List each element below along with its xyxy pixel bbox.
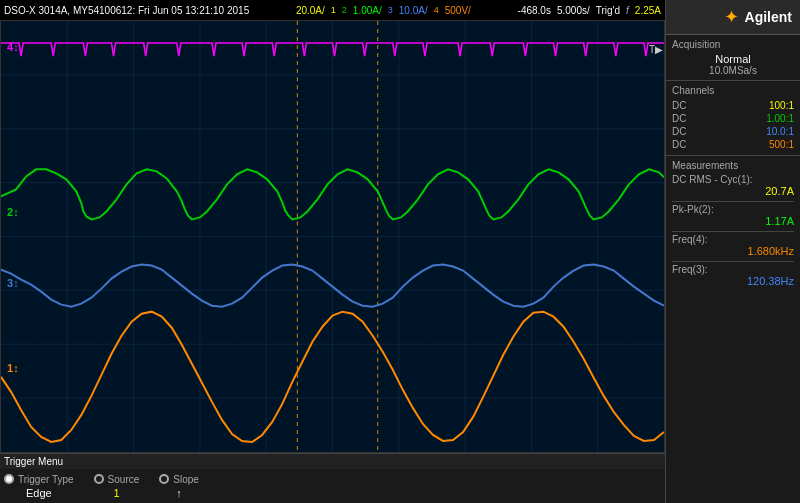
waveform-display: 4↕ 2↕ 3↕ 1↕ T▶ <box>1 21 664 452</box>
right-panel: ✦ Agilent Acquisition Normal 10.0MSa/s C… <box>665 0 800 503</box>
top-bar: DSO-X 3014A, MY54100612: Fri Jun 05 13:2… <box>0 0 665 20</box>
meas-row-3: Freq(3): 120.38Hz <box>672 264 794 287</box>
meas-row-2: Freq(4): 1.680kHz <box>672 234 794 257</box>
acquisition-mode: Normal <box>672 53 794 65</box>
meas-value-0: 20.7A <box>672 185 794 197</box>
agilent-logo-icon: ✦ <box>724 6 739 28</box>
channels-title: Channels <box>672 85 794 96</box>
measurements-title: Measurements <box>672 160 794 171</box>
ch1-marker: 4↕ <box>7 41 19 53</box>
ch2-num: 2 <box>342 5 347 15</box>
meas-value-1: 1.17A <box>672 215 794 227</box>
ch2-marker: 2↕ <box>7 206 19 218</box>
meas-label-3: Freq(3): <box>672 264 794 275</box>
trigger-type-value: Edge <box>26 487 52 499</box>
meas-value-3: 120.38Hz <box>672 275 794 287</box>
trigger-type-label: Trigger Type <box>18 474 74 485</box>
meas-label-0: DC RMS - Cyc(1): <box>672 174 794 185</box>
ch3-num: 3 <box>388 5 393 15</box>
scope-area: DSO-X 3014A, MY54100612: Fri Jun 05 13:2… <box>0 0 665 503</box>
channels-table: DC 100:1 DC 1.00:1 DC 10.0:1 DC 500:1 <box>672 99 794 151</box>
ch4-marker: 1↕ <box>7 362 19 374</box>
meas-label-1: Pk-Pk(2): <box>672 204 794 215</box>
trigger-source-label: Source <box>108 474 140 485</box>
ch1-num: 1 <box>331 5 336 15</box>
ch1-scale: 20.0A/ <box>296 5 325 16</box>
trigger-slope-value: ↑ <box>176 487 182 499</box>
ch3-row: DC 10.0:1 <box>672 125 794 138</box>
channels-section: Channels DC 100:1 DC 1.00:1 DC 10.0:1 DC… <box>666 81 800 156</box>
divider-2 <box>672 231 794 232</box>
ch2-ratio: 1.00:1 <box>766 113 794 124</box>
divider-3 <box>672 261 794 262</box>
f-value: 2.25A <box>635 5 661 16</box>
ch3-dc: DC <box>672 126 686 137</box>
measurements-section: Measurements DC RMS - Cyc(1): 20.7A Pk-P… <box>666 156 800 503</box>
ch1-ratio: 100:1 <box>769 100 794 111</box>
trigger-slope-btn[interactable]: Slope ↑ <box>159 474 199 499</box>
ch1-dc: DC <box>672 100 686 111</box>
time-offset: -468.0s <box>518 5 551 16</box>
meas-value-2: 1.680kHz <box>672 245 794 257</box>
time-scale: 5.000s/ <box>557 5 590 16</box>
meas-row-0: DC RMS - Cyc(1): 20.7A <box>672 174 794 197</box>
trigger-source-btn[interactable]: Source 1 <box>94 474 140 499</box>
ch2-dc: DC <box>672 113 686 124</box>
trigger-menu: Trigger Menu Trigger Type Edge Source 1 <box>0 453 665 503</box>
trigger-source-radio <box>94 474 104 484</box>
trigger-source-value: 1 <box>113 487 119 499</box>
trigger-status: Trig'd <box>596 5 620 16</box>
ch4-num: 4 <box>434 5 439 15</box>
ch4-dc: DC <box>672 139 686 150</box>
ch4-row: DC 500:1 <box>672 138 794 151</box>
trigger-menu-buttons: Trigger Type Edge Source 1 Slope <box>0 469 665 503</box>
trigger-slope-radio <box>159 474 169 484</box>
trigger-slope-label: Slope <box>173 474 199 485</box>
trigger-arrow: T▶ <box>649 44 663 55</box>
ch3-marker: 3↕ <box>7 277 19 289</box>
trigger-type-btn[interactable]: Trigger Type Edge <box>4 474 74 499</box>
acquisition-title: Acquisition <box>672 39 794 50</box>
model-serial: DSO-X 3014A, MY54100612: Fri Jun 05 13:2… <box>4 5 249 16</box>
divider-1 <box>672 201 794 202</box>
f-label: f <box>626 5 629 16</box>
acquisition-rate: 10.0MSa/s <box>672 65 794 76</box>
scope-screen: 4↕ 2↕ 3↕ 1↕ T▶ <box>0 20 665 453</box>
agilent-header: ✦ Agilent <box>666 0 800 35</box>
trigger-menu-title: Trigger Menu <box>0 454 665 469</box>
meas-row-1: Pk-Pk(2): 1.17A <box>672 204 794 227</box>
ch1-row: DC 100:1 <box>672 99 794 112</box>
ch4-scale: 500V/ <box>445 5 471 16</box>
ch2-scale: 1.00A/ <box>353 5 382 16</box>
agilent-brand: Agilent <box>745 9 792 25</box>
ch3-scale: 10.0A/ <box>399 5 428 16</box>
meas-label-2: Freq(4): <box>672 234 794 245</box>
acquisition-section: Acquisition Normal 10.0MSa/s <box>666 35 800 81</box>
ch2-row: DC 1.00:1 <box>672 112 794 125</box>
ch4-ratio: 500:1 <box>769 139 794 150</box>
ch3-ratio: 10.0:1 <box>766 126 794 137</box>
main-container: DSO-X 3014A, MY54100612: Fri Jun 05 13:2… <box>0 0 800 503</box>
trigger-type-radio <box>4 474 14 484</box>
